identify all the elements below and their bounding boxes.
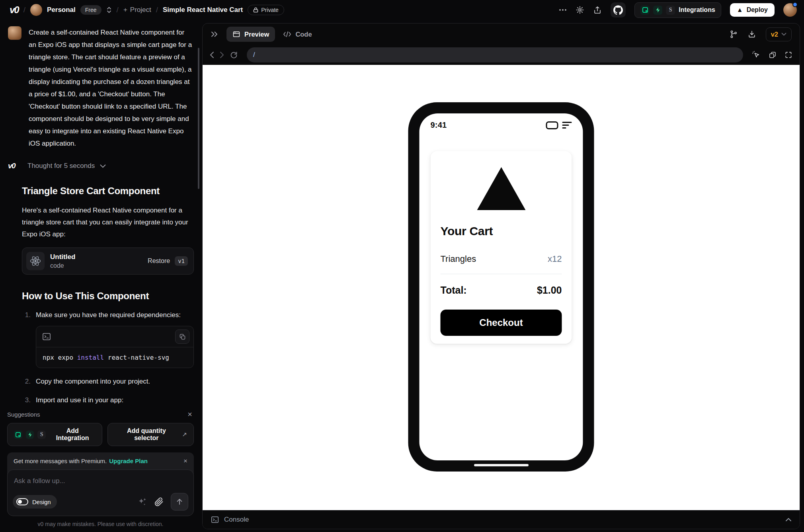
- step-text: Import and use it in your app:: [36, 395, 123, 405]
- list-item: 3. Import and use it in your app:: [22, 395, 194, 405]
- attach-paperclip-icon[interactable]: [154, 497, 164, 507]
- chat-panel: Create a self-contained React Native com…: [0, 20, 201, 532]
- thought-label: Thought for 5 seconds: [27, 162, 95, 170]
- response-heading: Triangle Store Cart Component: [22, 185, 194, 197]
- inspect-cursor-icon[interactable]: [752, 51, 761, 59]
- item-name: Triangles: [441, 254, 476, 264]
- status-signal-icon: [562, 122, 572, 129]
- close-suggestions-icon[interactable]: ×: [187, 410, 192, 418]
- copy-code-button[interactable]: [175, 329, 189, 344]
- status-battery-icon: [546, 121, 558, 129]
- code-version-card[interactable]: Untitled code Restore v1: [22, 247, 194, 275]
- breadcrumb-separator: /: [23, 6, 25, 14]
- workspace-name[interactable]: Personal: [47, 6, 76, 14]
- preview-panel: Preview Code v2: [202, 23, 800, 529]
- add-quantity-selector-button[interactable]: Add quantity selector ↗: [107, 423, 194, 446]
- iphone-mockup: 9:41 Your Cart Tr: [408, 102, 594, 472]
- chat-scrollbar[interactable]: [198, 48, 199, 189]
- premium-text: Get more messages with Premium.: [14, 458, 107, 464]
- url-input[interactable]: /: [247, 47, 743, 62]
- suggestion-label: Add Integration: [49, 427, 96, 442]
- upgrade-plan-link[interactable]: Upgrade Plan: [109, 458, 148, 464]
- chat-title[interactable]: Simple React Native Cart: [163, 6, 243, 14]
- deploy-label: Deploy: [747, 6, 768, 14]
- console-expand-icon[interactable]: [785, 518, 792, 522]
- close-banner-icon[interactable]: ×: [183, 458, 187, 464]
- privacy-label: Private: [261, 7, 279, 13]
- breadcrumb-separator: /: [156, 6, 158, 14]
- stripe-icon: S: [666, 6, 675, 15]
- url-bar: /: [203, 45, 800, 65]
- arrow-up-icon: [175, 497, 184, 506]
- step-text: Copy the component into your project.: [36, 376, 150, 387]
- settings-gear-icon[interactable]: [576, 6, 584, 14]
- add-integration-button[interactable]: S Add Integration: [7, 423, 102, 446]
- add-project-button[interactable]: + Project: [123, 6, 151, 14]
- user-avatar[interactable]: [783, 3, 797, 17]
- url-path: /: [253, 51, 255, 59]
- suggestions-label: Suggestions: [7, 411, 40, 418]
- back-icon[interactable]: [210, 51, 214, 58]
- fork-branch-icon[interactable]: [729, 30, 738, 39]
- checkout-button[interactable]: Checkout: [441, 310, 562, 336]
- tab-preview[interactable]: Preview: [226, 27, 275, 42]
- integrations-button[interactable]: S Integrations: [634, 2, 721, 18]
- steps-list: 1. Make sure you have the required depen…: [22, 310, 194, 406]
- workspace-avatar[interactable]: [30, 4, 42, 16]
- preview-viewport[interactable]: 9:41 Your Cart Tr: [203, 65, 800, 510]
- composer: Design: [7, 470, 194, 516]
- code-card-title: Untitled: [50, 253, 75, 261]
- thought-row[interactable]: v0 Thought for 5 seconds: [8, 162, 193, 170]
- design-label: Design: [32, 499, 51, 505]
- share-icon[interactable]: [593, 6, 602, 14]
- code-snippet[interactable]: npx expo install react-native-svg: [36, 347, 193, 368]
- neon-icon: [640, 6, 650, 15]
- refresh-icon[interactable]: [230, 51, 238, 59]
- collapse-panel-icon[interactable]: [211, 31, 219, 37]
- version-selector[interactable]: v2: [766, 27, 792, 41]
- breadcrumb-separator: /: [117, 6, 119, 14]
- console-bar[interactable]: Console: [203, 510, 800, 529]
- fullscreen-icon[interactable]: [784, 51, 792, 59]
- cart-item-row: Triangles x12: [441, 254, 562, 264]
- list-item: 2. Copy the component into your project.: [22, 376, 194, 387]
- user-message-avatar: [8, 26, 21, 40]
- step-text: Make sure you have the required dependen…: [36, 310, 181, 320]
- workbench: Preview Code v2: [201, 20, 804, 532]
- phone-screen: 9:41 Your Cart Tr: [420, 113, 583, 460]
- github-button[interactable]: [611, 2, 626, 18]
- restore-button[interactable]: Restore: [148, 257, 170, 265]
- deploy-button[interactable]: ▲ Deploy: [730, 3, 775, 17]
- supabase-icon: [653, 6, 662, 15]
- code-icon: [283, 31, 291, 37]
- v0-logo[interactable]: v0: [10, 4, 19, 16]
- tab-preview-label: Preview: [244, 31, 269, 38]
- assistant-response: Triangle Store Cart Component Here's a s…: [22, 185, 194, 406]
- follow-up-input[interactable]: [8, 470, 193, 487]
- chevron-down-icon: [100, 164, 106, 168]
- response-heading-2: How to Use This Component: [22, 290, 194, 302]
- download-icon[interactable]: [747, 30, 756, 39]
- phone-status-bar: 9:41: [420, 113, 583, 130]
- design-toggle[interactable]: Design: [13, 495, 57, 509]
- terminal-icon: [42, 332, 51, 341]
- v0-assistant-icon: v0: [8, 162, 22, 170]
- lock-icon: [253, 7, 258, 13]
- react-icon: [26, 252, 45, 270]
- suggestion-label: Add quantity selector: [114, 427, 178, 442]
- more-menu-icon[interactable]: [559, 9, 567, 11]
- neon-icon: [14, 431, 22, 439]
- stripe-icon: S: [37, 431, 46, 439]
- privacy-badge[interactable]: Private: [248, 5, 284, 15]
- step-number: 3.: [22, 395, 31, 405]
- tab-code[interactable]: Code: [283, 31, 312, 38]
- forward-icon[interactable]: [220, 51, 224, 58]
- send-button[interactable]: [171, 493, 188, 511]
- list-item: 1. Make sure you have the required depen…: [22, 310, 194, 320]
- open-in-new-window-icon[interactable]: [769, 51, 777, 59]
- response-intro: Here's a self-contained React Native com…: [22, 205, 194, 240]
- workspace-switcher-icon[interactable]: [106, 6, 112, 14]
- sparkles-icon[interactable]: [138, 497, 147, 507]
- chat-scroll-area[interactable]: Create a self-contained React Native com…: [0, 20, 201, 406]
- plan-badge: Free: [80, 5, 101, 15]
